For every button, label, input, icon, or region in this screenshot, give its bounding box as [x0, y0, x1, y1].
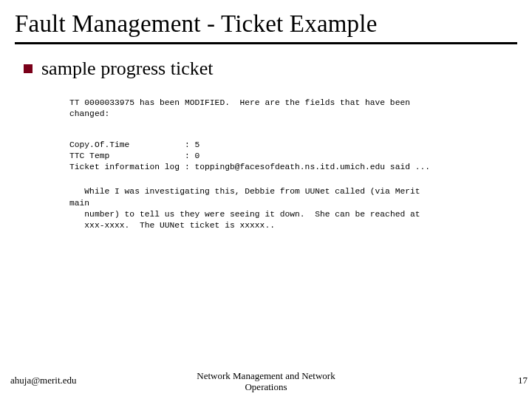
bullet-square-icon [24, 64, 33, 73]
ticket-fields-text: Copy.Of.Time : 5 TTC Temp : 0 Ticket inf… [69, 140, 502, 174]
footer-email: ahuja@merit.edu [10, 375, 77, 386]
page-title: Fault Management - Ticket Example [15, 10, 517, 38]
ticket-header-text: TT 0000033975 has been MODIFIED. Here ar… [69, 98, 502, 120]
bullet-text: sample progress ticket [41, 58, 214, 80]
bullet-item: sample progress ticket [24, 58, 517, 80]
footer: ahuja@merit.edu Network Management and N… [0, 371, 532, 393]
ticket-paragraph-text: While I was investigating this, Debbie f… [69, 186, 502, 231]
footer-title: Network Management and Network Operation… [0, 371, 532, 393]
footer-page-number: 17 [518, 375, 528, 386]
slide: Fault Management - Ticket Example sample… [0, 0, 532, 399]
title-rule [15, 42, 517, 44]
